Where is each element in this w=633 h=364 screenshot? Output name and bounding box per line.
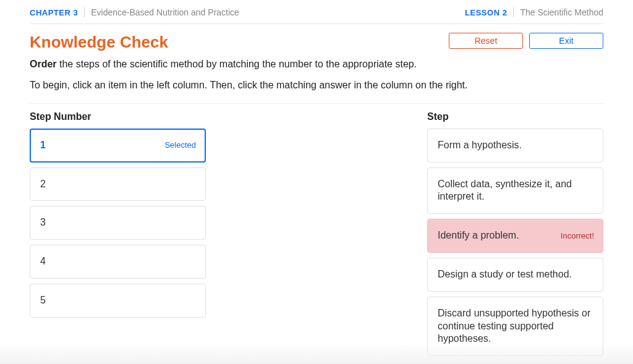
choice-label: Design a study or test method. [438, 269, 572, 279]
choice-label: 1 [40, 140, 46, 150]
lesson-label: LESSON 2 [465, 8, 507, 17]
choice-label: Form a hypothesis. [438, 140, 522, 150]
step-description-choice[interactable]: Collect data, synthesize it, and interpr… [427, 167, 603, 214]
choice-label: 3 [40, 217, 46, 227]
lesson-title: The Scientific Method [520, 7, 603, 17]
section-divider [30, 103, 603, 104]
question-prompt: Order the steps of the scientific method… [30, 58, 603, 71]
step-number-choice[interactable]: 4 [30, 245, 206, 279]
step-description-choice[interactable]: Design a study or test method. [427, 258, 603, 292]
step-number-choice[interactable]: 3 [30, 206, 206, 240]
matching-columns: Step Number 1 Selected 2 3 4 5 Step Form… [30, 111, 603, 361]
breadcrumb-left: CHAPTER 3 Evidence-Based Nutrition and P… [30, 7, 239, 17]
reset-button[interactable]: Reset [449, 33, 523, 49]
selected-tag: Selected [164, 140, 196, 151]
breadcrumb-separator [84, 7, 85, 17]
page-title: Knowledge Check [30, 33, 168, 52]
right-column-header: Step [427, 111, 603, 122]
choice-label: Discard unsupported hypothesis or contin… [438, 308, 590, 344]
exit-button[interactable]: Exit [529, 33, 603, 49]
choice-label: 4 [40, 256, 46, 266]
chapter-label: CHAPTER 3 [30, 8, 78, 17]
step-description-choice[interactable]: Discard unsupported hypothesis or contin… [427, 297, 603, 356]
step-number-choice[interactable]: 1 Selected [30, 129, 206, 163]
choice-label: 2 [40, 179, 46, 189]
incorrect-tag: Incorrect! [561, 231, 594, 241]
step-description-choice[interactable]: Form a hypothesis. [427, 129, 603, 163]
title-bar: Knowledge Check Reset Exit [30, 24, 603, 52]
step-description-choice[interactable]: Identify a problem. Incorrect! [427, 219, 603, 253]
step-number-choice[interactable]: 2 [30, 167, 206, 201]
choice-label: Identify a problem. [438, 230, 519, 240]
step-number-choice[interactable]: 5 [30, 284, 206, 318]
chapter-title: Evidence-Based Nutrition and Practice [91, 7, 239, 17]
page-header: CHAPTER 3 Evidence-Based Nutrition and P… [30, 0, 603, 24]
left-column-header: Step Number [30, 111, 206, 122]
breadcrumb-separator [513, 7, 514, 17]
instructions-text: To begin, click an item in the left colu… [30, 80, 603, 91]
right-column: Step Form a hypothesis. Collect data, sy… [427, 111, 603, 361]
choice-label: 5 [40, 295, 46, 305]
prompt-bold: Order [30, 59, 57, 69]
choice-label: Collect data, synthesize it, and interpr… [438, 179, 572, 202]
prompt-rest: the steps of the scientific method by ma… [57, 59, 417, 69]
action-buttons: Reset Exit [449, 33, 603, 49]
breadcrumb-right: LESSON 2 The Scientific Method [465, 7, 603, 17]
left-column: Step Number 1 Selected 2 3 4 5 [30, 111, 206, 361]
